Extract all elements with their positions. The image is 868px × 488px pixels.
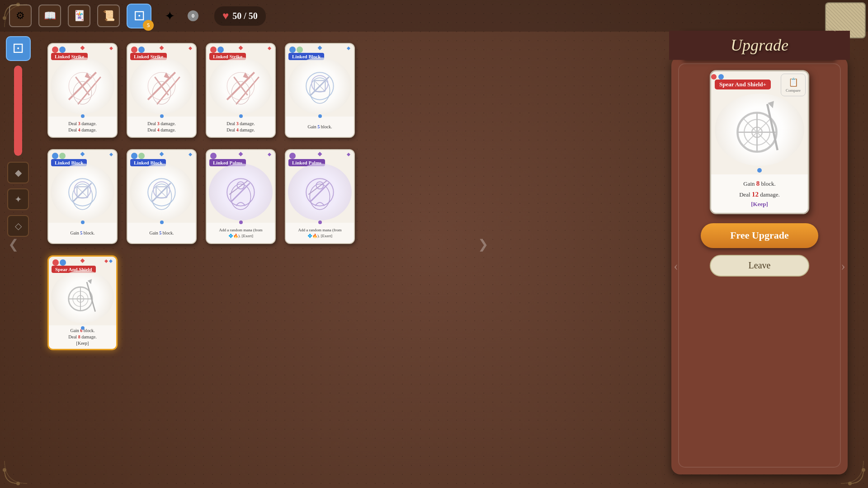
compare-button[interactable]: 📋 Compare (781, 74, 806, 96)
right-diamonds (189, 47, 192, 50)
mana-water-dot (718, 74, 724, 80)
mana-icons (289, 153, 296, 159)
card-description: Gain 5 block. (286, 117, 354, 137)
mana-icons (131, 153, 145, 159)
svg-point-62 (3, 16, 6, 20)
card-linked-strike-3[interactable]: Linked Strike Deal 3 damage.Deal 4 damag… (206, 43, 276, 138)
card-top-diamond (160, 152, 164, 156)
svg-line-10 (155, 77, 168, 95)
upgrade-board: ‹ › Spear And Shield+ 📋 Compare (671, 56, 848, 474)
card-linked-strike-1[interactable]: Linked Strike Deal 3 damage.Deal 4 damag… (47, 43, 118, 138)
diamond-1 (268, 153, 271, 156)
palms-art (215, 169, 266, 215)
card-description: Deal 3 damage.Deal 4 damage. (48, 117, 117, 137)
sidebar-btn-2[interactable]: ✦ (7, 188, 29, 210)
left-sidebar: ⚀ ◆ ✦ ◇ (0, 32, 36, 488)
free-upgrade-button[interactable]: Free Upgrade (701, 223, 818, 248)
arrow-right-icon[interactable]: › (841, 258, 845, 273)
banner-shape: Upgrade (683, 31, 836, 60)
mana-icons (210, 47, 224, 53)
right-diamonds (109, 47, 113, 50)
sidebar-btn-3[interactable]: ◇ (7, 215, 29, 237)
card-desc-text: Gain 6 block.Deal 8 damage.[Keep] (68, 328, 96, 347)
mana-purple-icon (289, 153, 296, 159)
mana-water-icon (60, 259, 66, 266)
card-bottom-dot (160, 221, 164, 224)
card-illustration (209, 164, 273, 221)
upgrade-panel: Upgrade ‹ › Spear And Shield+ 📋 C (665, 27, 854, 474)
card-description: Deal 3 damage.Deal 4 damage. (127, 117, 196, 137)
sidebar-btn-1[interactable]: ◆ (7, 162, 29, 183)
card-description: Add a random mana (from💠🔥). [Exert] (286, 223, 354, 243)
svg-line-16 (234, 77, 247, 95)
mana-water-icon (59, 47, 66, 53)
right-nav-arrow[interactable]: ❯ (478, 237, 488, 252)
card-top-diamond (318, 152, 322, 156)
corner-decoration-br (834, 454, 866, 486)
upgrade-desc-line3: [Keep] (717, 200, 802, 209)
dice-container: ⚀ 5 (127, 4, 151, 28)
upgrade-card-name: Spear And Shield+ (715, 80, 771, 89)
upgrade-banner: Upgrade (665, 27, 854, 63)
compare-label: Compare (786, 88, 801, 93)
mana-fire-icon (52, 47, 58, 53)
right-diamonds (268, 153, 271, 156)
card-linked-block-2[interactable]: Linked Block Gain 5 block. (47, 149, 118, 244)
highlight-8: 8 (756, 180, 760, 187)
right-diamonds (268, 47, 271, 50)
mana-purple-icon (210, 153, 217, 159)
cards-button[interactable]: 🃏 (68, 5, 90, 27)
diamond-1 (347, 153, 350, 156)
health-display: 50 / 50 (232, 11, 258, 21)
card-spear-and-shield[interactable]: Spear And Shield Gain 6 block.Deal 8 dam… (47, 255, 118, 350)
card-linked-palms-1[interactable]: Linked Palms Add a random mana (from💠🔥).… (206, 149, 276, 244)
card-illustration (51, 270, 114, 323)
book-button[interactable]: 📖 (38, 5, 61, 27)
card-illustration (209, 57, 273, 114)
upgrade-card-display[interactable]: Spear And Shield+ 📋 Compare (710, 70, 809, 214)
card-desc-text: Deal 3 damage.Deal 4 damage. (68, 121, 96, 133)
mana-fire-icon (131, 47, 137, 53)
card-desc-text: Add a random mana (from💠🔥). [Exert] (298, 227, 342, 239)
upgrade-desc-line2: Deal 12 damage. (717, 189, 802, 200)
card-illustration (288, 57, 352, 114)
health-fill (14, 66, 22, 156)
card-top-diamond (80, 152, 85, 156)
card-linked-strike-2[interactable]: Linked Strike Deal 3 damage.Deal 4 damag… (127, 43, 197, 138)
right-diamonds (109, 153, 113, 156)
card-linked-block-3[interactable]: Linked Block Gain 5 block. (127, 149, 197, 244)
mana-wind-icon (59, 153, 66, 159)
mana-icons (131, 47, 145, 53)
diamond-1 (109, 153, 113, 156)
card-desc-text: Gain 5 block. (149, 230, 174, 236)
card-desc-text: Deal 3 damage.Deal 4 damage. (147, 121, 175, 133)
card-linked-palms-2[interactable]: Linked Palms Add a random mana (from💠🔥).… (285, 149, 355, 244)
card-desc-text: Add a random mana (from💠🔥). [Exert] (219, 227, 263, 239)
heart-icon: ♥ (222, 10, 229, 22)
mana-water-icon (289, 47, 296, 53)
mana-icons (52, 259, 66, 266)
sidebar-dice[interactable]: ⚀ (6, 36, 31, 61)
svg-line-4 (75, 77, 89, 95)
mana-icons (52, 47, 66, 53)
card-bottom-dot (81, 221, 85, 224)
diamond-1 (104, 259, 108, 263)
card-illustration (130, 57, 193, 114)
left-nav-arrow[interactable]: ❮ (8, 237, 19, 252)
card-top-diamond (160, 46, 164, 50)
block-art (294, 63, 345, 109)
svg-marker-52 (88, 279, 92, 284)
svg-point-45 (316, 182, 323, 189)
diamond-1 (347, 47, 350, 50)
leave-button[interactable]: Leave (710, 255, 809, 277)
mana-fire-icon (52, 259, 59, 266)
card-linked-block-1[interactable]: Linked Block Gain 5 block. (285, 43, 355, 138)
card-description: Deal 3 damage.Deal 4 damage. (207, 117, 275, 137)
card-top-diamond (80, 46, 85, 50)
card-bottom-dot (81, 326, 85, 330)
highlight-12: 12 (752, 191, 759, 198)
mana-water-icon (217, 47, 224, 53)
arrow-left-icon[interactable]: ‹ (674, 258, 678, 273)
scroll-button[interactable]: 📜 (97, 5, 120, 27)
right-diamonds (347, 153, 350, 156)
